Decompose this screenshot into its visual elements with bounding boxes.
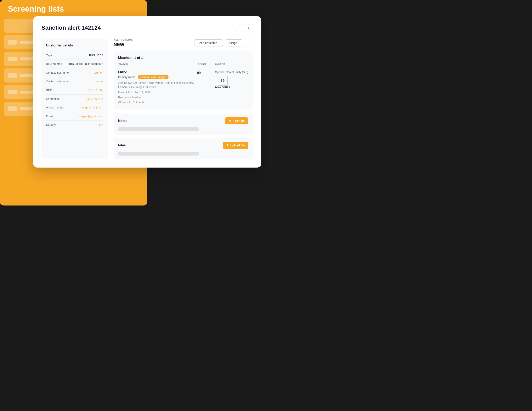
primary-name-badge: Edmon Felipe Vargas — [138, 75, 169, 79]
detail-label-dob: DOB — [46, 88, 52, 92]
alert-status-label: ALERT STATUS — [114, 38, 133, 41]
alert-actions: Set alert status ▾ Assign ▾ ··· — [194, 39, 253, 47]
notes-section: Notes ✎ Add note — [114, 114, 253, 135]
detail-label-country: Country — [46, 123, 56, 126]
detail-row-phone: Phone number (338)943-433x434 — [46, 103, 103, 112]
detail-value-phone: (338)943-433x434 — [80, 106, 103, 109]
col-header-score: SCORE — [198, 63, 214, 66]
detail-label-last-name: Contact last name — [46, 80, 69, 83]
more-icon: ··· — [247, 41, 251, 45]
alert-status-row: ALERT STATUS NEW Set alert status ▾ Assi… — [114, 38, 253, 47]
assign-button[interactable]: Assign ▾ — [225, 39, 243, 47]
chevron-down-icon: ▾ — [218, 42, 219, 44]
detail-label-email: Email — [46, 115, 53, 118]
chevron-down-icon: ▾ — [238, 42, 239, 44]
detail-value-dob: 1978-19-09 — [89, 88, 103, 92]
detail-label-type: Type — [46, 54, 52, 57]
sanction-alert-modal: Sanction alert 142124 ‹ › Customer detai… — [33, 16, 261, 168]
upload-file-button[interactable]: ⬆ Upload file — [223, 142, 248, 149]
source-col: Special Interest Entity (SIE) D DOW JONE… — [215, 70, 248, 88]
assign-label: Assign — [228, 41, 237, 45]
residency-label: Residency: — [118, 96, 132, 99]
skeleton-block — [8, 106, 17, 111]
detail-label-phone: Phone number — [46, 106, 65, 109]
note-skeleton — [118, 127, 199, 131]
skeleton-block — [8, 90, 17, 94]
detail-value-email: vargas@gmail.com — [79, 115, 103, 118]
detail-value-last-name: Vargas — [95, 80, 103, 83]
upload-label: Upload file — [230, 144, 245, 147]
detail-row-first-name: Contact first name Edmon — [46, 68, 103, 77]
dow-jones-icon: D — [218, 76, 228, 86]
also-known: Also Known As: Edmon Felipe Vargas, Edmo… — [118, 81, 195, 89]
dow-jones-text: DOW JONES — [215, 86, 230, 88]
notes-header-row: Notes ✎ Add note — [118, 117, 248, 124]
residency-line: Residency: Mexico — [118, 96, 195, 99]
detail-row-type: Type BUSINESS — [46, 51, 103, 60]
detail-value-first-name: Edmon — [94, 71, 103, 74]
modal-body: Customer details Type BUSINESS Date crea… — [41, 38, 253, 159]
more-options-button[interactable]: ··· — [245, 39, 253, 47]
notes-title: Notes — [118, 119, 127, 123]
detail-label-id-number: ID number — [46, 97, 59, 100]
files-header-row: Files ⬆ Upload file — [118, 142, 248, 149]
skeleton-block — [8, 40, 17, 45]
primary-name-label: Primary Name: — [118, 76, 136, 79]
score-col: 99 — [197, 70, 214, 75]
citizenship-line: Citizenship: Colombia — [118, 101, 195, 104]
detail-row-country: Country MX — [46, 121, 103, 129]
dow-jones-logo: D DOW JONES — [215, 76, 230, 88]
detail-value-type: BUSINESS — [89, 54, 103, 57]
add-note-button[interactable]: ✎ Add note — [225, 117, 249, 124]
modal-header: Sanction alert 142124 ‹ › — [41, 24, 253, 32]
also-known-label: Also Known As: — [118, 81, 137, 84]
citizenship-value: Colombia — [133, 101, 144, 104]
skeleton-block — [8, 73, 17, 78]
detail-row-date-created: Date created 2016-03-10T33:11:00.0000Z — [46, 60, 103, 68]
match-row-1: Entity: Primary Name: Edmon Felipe Varga… — [118, 70, 248, 106]
col-header-match: MATCH — [119, 63, 198, 66]
detail-label-date-created: Date created — [46, 62, 62, 66]
nav-buttons: ‹ › — [235, 24, 253, 32]
detail-row-dob: DOB 1978-19-09 — [46, 86, 103, 95]
add-note-label: Add note — [233, 119, 245, 122]
files-section: Files ⬆ Upload file — [114, 138, 253, 159]
file-skeleton — [118, 152, 199, 155]
dob-value: Aug 19, 1978 — [134, 91, 151, 94]
detail-value-date-created: 2016-03-10T33:11:00.0000Z — [67, 62, 103, 66]
matches-table-header: MATCH SCORE SOURCE — [118, 63, 248, 68]
detail-value-country: MX — [99, 123, 103, 126]
upload-icon: ⬆ — [226, 144, 229, 147]
detail-label-first-name: Contact first name — [46, 71, 69, 74]
add-note-icon: ✎ — [229, 119, 231, 123]
alert-status-value: NEW — [114, 42, 133, 47]
skeleton-block — [8, 57, 17, 61]
citizenship-label: Citizenship: — [118, 101, 132, 104]
prev-button[interactable]: ‹ — [235, 24, 243, 32]
detail-row-email: Email vargas@gmail.com — [46, 112, 103, 121]
set-alert-status-button[interactable]: Set alert status ▾ — [194, 39, 223, 47]
customer-panel: Customer details Type BUSINESS Date crea… — [41, 38, 108, 159]
modal-title: Sanction alert 142124 — [41, 24, 101, 31]
files-title: Files — [118, 143, 126, 147]
next-button[interactable]: › — [245, 24, 253, 32]
detail-row-last-name: Contact last name Vargas — [46, 77, 103, 86]
col-header-source: SOURCE — [214, 63, 247, 66]
entity-label: Entity: — [118, 70, 195, 74]
customer-panel-title: Customer details — [46, 44, 103, 47]
residency-value: Mexico — [132, 96, 141, 99]
detail-row-id-number: ID number 333-442-776 — [46, 95, 103, 103]
primary-name-row: Primary Name: Edmon Felipe Vargas — [118, 75, 195, 79]
set-alert-status-label: Set alert status — [198, 41, 217, 45]
right-panel: ALERT STATUS NEW Set alert status ▾ Assi… — [114, 38, 253, 159]
alert-status-info: ALERT STATUS NEW — [114, 38, 133, 47]
matches-header: Matches · 1 of 1 — [118, 56, 248, 60]
dob-label: Date of Birth: — [118, 91, 134, 94]
detail-value-id-number: 333-442-776 — [87, 97, 103, 100]
match-entity-col: Entity: Primary Name: Edmon Felipe Varga… — [118, 70, 195, 106]
dob-line: Date of Birth: Aug 19, 1978 — [118, 91, 195, 94]
source-name: Special Interest Entity (SIE) — [215, 70, 248, 74]
page-title: Screening lists — [8, 5, 64, 13]
matches-section: Matches · 1 of 1 MATCH SCORE SOURCE Enti… — [114, 51, 253, 109]
